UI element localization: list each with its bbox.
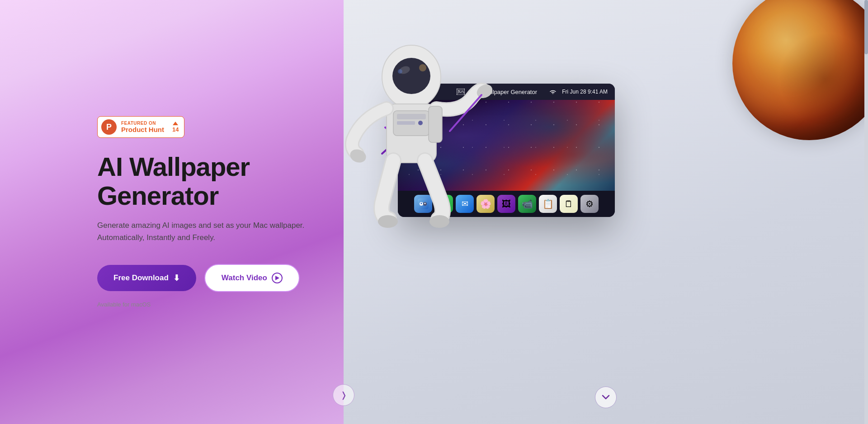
dock-reminders-icon: 📋 [539,195,557,213]
svg-point-19 [378,215,398,228]
svg-point-15 [418,121,423,125]
titlebar-right-info: Fri Jun 28 9:41 AM [549,89,608,95]
subtitle-line2: Automatically, Instantly and Freely. [97,233,215,242]
astronaut-figure [344,23,520,249]
ph-upvote-triangle [173,122,178,125]
settings-glyph: ⚙ [585,198,594,209]
svg-point-20 [429,215,449,228]
dock-settings-icon: ⚙ [580,195,599,213]
chevron-down-icon: ❭ [340,390,347,400]
page-subtitle: Generate amazing AI images and set as yo… [97,219,305,244]
free-download-button[interactable]: Free Download ⬇ [97,265,196,291]
ph-product-hunt-name: Product Hunt [121,126,164,133]
wifi-icon [549,89,557,94]
scrollbar-thumb[interactable] [864,0,868,54]
planet-decoration [732,0,868,140]
download-button-label: Free Download [113,273,169,283]
ph-featured-label: FEATURED ON [121,121,164,126]
svg-rect-21 [429,106,442,142]
scroll-down-button[interactable] [595,386,617,408]
play-triangle [275,276,279,280]
svg-point-22 [419,64,426,71]
watch-video-label: Watch Video [222,273,267,283]
scroll-down-button[interactable]: ❭ [333,384,354,406]
right-panel:  AI Wallpaper Generator Fr [344,0,868,424]
play-circle-icon [272,273,283,283]
chevron-down-icon [602,395,610,400]
download-icon: ⬇ [173,273,180,283]
svg-point-9 [392,58,430,94]
facetime-glyph: 📹 [522,198,533,209]
product-hunt-badge[interactable]: P FEATURED ON Product Hunt 14 [97,116,184,138]
ph-vote-count: 14 [172,122,179,133]
watch-video-button[interactable]: Watch Video [204,264,300,292]
dock-facetime-icon: 📹 [518,195,536,213]
reminders-glyph: 📋 [542,198,554,209]
cta-buttons: Free Download ⬇ Watch Video [97,264,316,292]
ph-text-block: FEATURED ON Product Hunt [121,121,164,133]
ph-count-number: 14 [172,126,179,133]
left-panel: P FEATURED ON Product Hunt 14 AI Wallpap… [0,0,344,424]
titlebar-datetime: Fri Jun 28 9:41 AM [562,89,608,95]
svg-point-23 [398,69,402,74]
scrollbar[interactable] [864,0,868,424]
notes-glyph: 🗒 [564,199,573,209]
svg-rect-14 [397,121,415,125]
page-title: AI Wallpaper Generator [97,152,316,210]
subtitle-line1: Generate amazing AI images and set as yo… [97,221,304,230]
dock-notes-icon: 🗒 [560,195,578,213]
ph-letter: P [106,122,112,132]
available-platform-text: Available for macOS [97,301,316,308]
astronaut-svg [344,23,506,244]
svg-rect-13 [397,114,426,119]
ph-logo-circle: P [101,119,117,135]
